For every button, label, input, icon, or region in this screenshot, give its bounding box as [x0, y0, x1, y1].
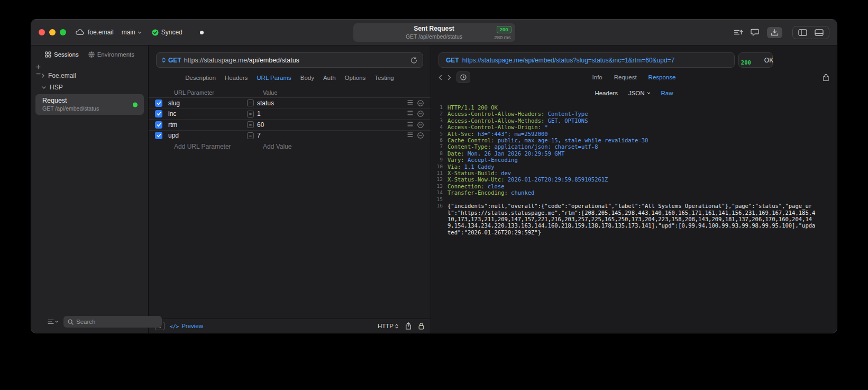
tab-body[interactable]: Body [300, 75, 314, 81]
tab-testing[interactable]: Testing [374, 75, 394, 81]
param-name-field[interactable]: inc [162, 110, 247, 117]
left-sidebar-toggle-icon[interactable] [798, 29, 807, 36]
check-circle-icon [152, 29, 159, 36]
export-response-icon[interactable] [823, 74, 829, 81]
close-window-button[interactable] [39, 29, 45, 35]
value-type-icon: = [247, 132, 254, 139]
line-content: Access-Control-Allow-Methods: GET, OPTIO… [447, 117, 588, 124]
param-checkbox[interactable] [155, 121, 162, 129]
tab-description[interactable]: Description [185, 75, 216, 81]
tab-headers[interactable]: Headers [225, 75, 248, 81]
sync-status[interactable]: Synced [152, 29, 182, 36]
add-param-row[interactable]: Add URL Parameter Add Value [149, 141, 431, 152]
tab-auth[interactable]: Auth [323, 75, 336, 81]
subtab-headers[interactable]: Headers [595, 90, 617, 96]
sort-filter-control[interactable] [48, 319, 58, 324]
param-checkbox[interactable] [155, 99, 162, 107]
request-list-item-selected[interactable]: Request GET /api/embed/status [35, 94, 144, 115]
protocol-selector[interactable]: HTTP [378, 323, 398, 329]
param-checkbox[interactable] [155, 110, 162, 117]
request-url-bar[interactable]: GET https://statuspage.me/api/embed/stat… [156, 52, 423, 68]
project-name[interactable]: foe.email [88, 29, 114, 36]
line-content: Date: Mon, 26 Jan 2026 20:29:59 GMT [447, 150, 564, 157]
subtab-raw[interactable]: Raw [661, 90, 673, 96]
titlebar: foe.email main Synced Sent Request 200 G… [31, 20, 837, 46]
line-content: Alt-Svc: h3=":443"; ma=2592000 [447, 131, 548, 137]
minimize-window-button[interactable] [49, 29, 56, 35]
subtab-json[interactable]: JSON [628, 90, 651, 96]
comment-icon[interactable] [751, 29, 759, 36]
row-menu-icon[interactable] [407, 100, 413, 105]
minus-icon[interactable] [36, 71, 41, 76]
param-name-field[interactable]: slug [162, 99, 247, 107]
tab-sessions[interactable]: Sessions [45, 51, 79, 58]
param-name-field[interactable]: rtm [162, 121, 247, 129]
remove-param-icon[interactable] [417, 100, 424, 106]
param-checkbox[interactable] [155, 132, 162, 139]
history-forward-icon[interactable] [447, 75, 451, 80]
add-param-value-placeholder[interactable]: Add Value [253, 143, 431, 150]
row-menu-icon[interactable] [407, 122, 413, 126]
tray-download-icon[interactable] [767, 27, 782, 38]
add-icon[interactable] [36, 65, 41, 69]
tree-group-hsp[interactable]: HSP [34, 81, 145, 93]
layout-toggle-group [792, 26, 829, 39]
import-export-icon[interactable] [734, 29, 743, 36]
search-input[interactable] [76, 319, 158, 325]
preview-button[interactable]: </> Preview [170, 323, 203, 329]
sync-label: Synced [161, 29, 182, 36]
tree-group-foe-email[interactable]: Foe.email [34, 70, 145, 81]
history-back-icon[interactable] [438, 75, 442, 80]
row-menu-icon[interactable] [407, 132, 413, 137]
response-line: 13Connection: close [434, 183, 816, 189]
line-number: 16 [434, 203, 443, 209]
tab-environments[interactable]: Environments [88, 51, 134, 58]
sent-url-box[interactable]: GET https://statuspage.me/api/embed/stat… [438, 52, 735, 68]
tab-info[interactable]: Info [592, 74, 602, 80]
bottom-panel-toggle-icon[interactable] [815, 29, 824, 36]
response-status-box: 200 OK [738, 52, 773, 68]
response-panel: GET https://statuspage.me/api/embed/stat… [431, 46, 837, 333]
response-code-view[interactable]: 1HTTP/1.1 200 OK2Access-Control-Allow-He… [431, 99, 837, 333]
param-value-field[interactable]: status [257, 99, 274, 107]
method-selector-icon[interactable] [162, 57, 166, 63]
history-clock-button[interactable] [456, 71, 470, 83]
line-content: X-Status-Now-Utc: 2026-01-26T20:29:59.85… [447, 176, 608, 183]
row-menu-icon[interactable] [407, 111, 413, 115]
response-line: 1HTTP/1.1 200 OK [434, 104, 816, 111]
param-row: slug=status [149, 98, 431, 109]
remove-param-icon[interactable] [417, 122, 424, 128]
sent-request-pill[interactable]: Sent Request 200 GET /api/embed/status 2… [353, 23, 515, 42]
line-content: Cache-Control: public, max-age=15, stale… [447, 137, 648, 143]
chevron-down-icon [42, 86, 46, 89]
sidebar-quick-actions [36, 65, 41, 76]
response-line: 6Cache-Control: public, max-age=15, stal… [434, 137, 816, 143]
tree-group-label: HSP [50, 84, 63, 91]
remove-param-icon[interactable] [417, 132, 424, 139]
response-line: 2Access-Control-Allow-Headers: Content-T… [434, 111, 816, 117]
resend-request-icon[interactable] [410, 57, 417, 64]
request-method[interactable]: GET [168, 57, 181, 64]
param-value-field[interactable]: 1 [257, 110, 261, 117]
tab-request[interactable]: Request [614, 74, 637, 80]
param-value-field[interactable]: 60 [257, 121, 264, 129]
list-icon [48, 319, 54, 324]
branch-selector[interactable]: main [122, 29, 142, 36]
line-number: 15 [434, 196, 443, 203]
share-icon[interactable] [405, 322, 412, 330]
tab-options[interactable]: Options [345, 75, 366, 81]
param-value-field[interactable]: 7 [257, 132, 261, 139]
traffic-lights [39, 29, 66, 35]
preview-label: Preview [181, 323, 203, 329]
tab-response[interactable]: Response [648, 74, 676, 80]
lock-icon[interactable] [418, 323, 424, 330]
remove-param-icon[interactable] [417, 111, 424, 117]
sidebar-search[interactable] [63, 316, 162, 328]
add-param-name-placeholder[interactable]: Add URL Parameter [168, 143, 253, 150]
zoom-window-button[interactable] [60, 29, 66, 35]
param-name-field[interactable]: upd [162, 132, 247, 139]
response-nav: Info Request Response [431, 68, 837, 87]
response-line: 11X-Status-Build: dev [434, 170, 816, 176]
tab-url-params[interactable]: URL Params [257, 75, 291, 81]
subtab-raw-label: Raw [661, 90, 673, 96]
